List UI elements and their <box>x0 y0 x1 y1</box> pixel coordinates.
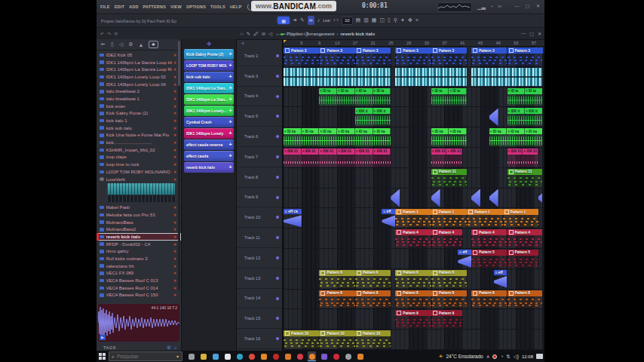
playlist-clip[interactable] <box>284 68 391 86</box>
playlist-clip[interactable]: ≡ IDK 01≡ IDK 01 <box>431 149 463 167</box>
favorite-star-icon[interactable]: ★ <box>172 293 178 297</box>
browser-item[interactable]: Kick Una Notte e Forse Mai Piu★ <box>97 132 181 140</box>
plugin-icon[interactable]: ⚲ <box>394 16 397 25</box>
track-lane[interactable]: ≡ ID ta≡ ID ta≡ ID ta≡ ID ta≡ ID ta≡ ID … <box>284 87 544 108</box>
chrome-icon[interactable] <box>247 351 256 361</box>
browser-cloud-icon[interactable]: ▲ <box>138 42 143 48</box>
menu-file[interactable]: FILE <box>100 5 110 9</box>
browser-item[interactable]: italo breakbeat 1★ <box>97 95 181 103</box>
browser-item[interactable]: IDE2 Kick 05★ <box>97 51 181 59</box>
browser-files-icon[interactable]: ▯ <box>111 41 114 48</box>
bandicam-tray-icon[interactable] <box>492 354 497 359</box>
favorite-star-icon[interactable]: ★ <box>172 140 178 145</box>
favorite-star-icon[interactable]: ★ <box>172 118 178 123</box>
track-lane[interactable]: Pattern 10Pattern 10Pattern 10 <box>284 330 544 350</box>
track-header[interactable]: Track 2 <box>237 46 282 66</box>
browser-item[interactable]: KSHMR_Impart_Mid_02★ <box>97 146 181 154</box>
playlist-clip[interactable]: Pattern 9 <box>395 310 431 328</box>
playlist-clip[interactable]: ≡ eff <box>494 270 508 288</box>
browser-item[interactable]: VEC4 Basses Roof C 013★ <box>97 277 181 284</box>
favorite-star-icon[interactable]: ★ <box>172 205 178 210</box>
notification-center-icon[interactable] <box>536 354 543 359</box>
playlist-clip[interactable]: ≡ ID ta≡ ID ta <box>508 88 543 106</box>
magnet-icon[interactable]: ∩ <box>240 31 244 37</box>
browser-item[interactable]: IDK1 140bpm Lonely Loop 04★ <box>97 81 181 88</box>
tools-icon[interactable]: ✦ <box>400 16 405 25</box>
notepad-icon[interactable] <box>223 351 232 361</box>
playlist-clip[interactable]: ≡ ID ta≡ ID ta <box>431 88 467 106</box>
value-box[interactable]: 10 <box>342 17 353 25</box>
playhead-marker[interactable] <box>284 40 287 43</box>
track-lane[interactable]: Pattern 6Pattern 6Pattern 6Pattern 6≡ ef… <box>284 269 544 290</box>
favorite-star-icon[interactable]: ★ <box>172 235 178 239</box>
reverse-fx-clip[interactable] <box>471 189 480 207</box>
playlist-clip[interactable]: Pattern 4 <box>395 229 431 247</box>
playlist-icon[interactable]: ▦ <box>372 16 377 25</box>
browser-back-icon[interactable]: ⇤ <box>101 41 106 48</box>
track-header[interactable]: Track 10 <box>237 207 282 228</box>
track-header[interactable]: Track 14 <box>237 289 282 309</box>
playlist-maximize-button[interactable]: ▢ <box>529 31 534 36</box>
picker-clip-add-icon[interactable]: + <box>227 142 234 147</box>
minimize-button[interactable]: — <box>514 2 520 11</box>
menu-add[interactable]: ADD <box>129 5 139 9</box>
search-input[interactable] <box>117 354 176 359</box>
track-header[interactable]: Track 15 <box>237 308 282 329</box>
weather-sun-icon[interactable]: ☀ <box>438 354 443 360</box>
taskbar-search[interactable]: ⌕ ✦ <box>109 351 182 361</box>
picker-clip[interactable]: IDK1 140bpm La Stan...+ <box>184 94 234 105</box>
browser-audio-icon[interactable]: ◁ <box>119 41 123 48</box>
playlist-clip[interactable]: Pattern 1 <box>395 209 431 227</box>
track-mute-dot[interactable] <box>276 176 279 179</box>
track-mute-dot[interactable] <box>276 135 279 138</box>
favorite-star-icon[interactable]: ★ <box>172 213 178 217</box>
history-icon[interactable]: ⟲ <box>114 31 118 36</box>
playlist-clip[interactable]: Pattern 1 <box>503 209 538 227</box>
clock-icon[interactable]: ◔ <box>490 2 493 11</box>
picker-clip-add-icon[interactable]: + <box>227 108 234 113</box>
playlist-clip[interactable] <box>471 68 543 86</box>
close-button[interactable]: ✕ <box>535 2 541 11</box>
favorite-star-icon[interactable]: ★ <box>172 271 178 275</box>
edge-icon[interactable] <box>235 351 244 361</box>
playlist-clip[interactable]: Pattern 4 <box>431 229 463 247</box>
browser-item[interactable]: reverb kick italo★ <box>97 233 181 241</box>
playlist-clip[interactable]: Pattern 6 <box>355 270 391 288</box>
menu-patterns[interactable]: PATTERNS <box>143 5 166 9</box>
search-icon[interactable]: ⌕ <box>174 345 177 351</box>
playlist-clip[interactable]: Pattern 11 <box>508 169 543 187</box>
fl-studio-icon[interactable] <box>308 351 316 361</box>
playlist-clip[interactable]: Pattern 3 <box>355 48 391 66</box>
playlist-clip[interactable]: Pattern 4 <box>508 229 543 247</box>
picker-clip-add-icon[interactable]: + <box>227 164 234 170</box>
playlist-clip[interactable]: Pattern 3 <box>508 48 543 66</box>
playlist-clip[interactable]: ≡ eff <box>458 250 471 268</box>
menu-tools[interactable]: TOOLS <box>210 5 225 9</box>
picker-clip[interactable]: effect cauda reversa+ <box>184 140 234 150</box>
track-lane[interactable]: Pattern 11Pattern 11 <box>284 168 544 189</box>
track-mute-dot[interactable] <box>276 196 279 199</box>
browser-toggle-icon[interactable]: ▯ <box>388 16 391 25</box>
track-header[interactable]: Track 16 <box>237 329 282 349</box>
browser-item[interactable]: VEC4 Basses Roof C 150★ <box>97 292 181 299</box>
track-lane[interactable]: ≡ IDK it≡ IDK it≡ IDK it≡ IDK it <box>284 107 544 127</box>
playlist-clip[interactable]: Pattern 5 <box>508 250 539 268</box>
reverse-fx-clip[interactable] <box>391 189 400 207</box>
browser-item[interactable]: italo breakbeat 2★ <box>97 87 181 95</box>
network-icon[interactable]: ⇅ <box>506 354 510 360</box>
playlist-clip[interactable]: Pattern 11 <box>431 169 467 187</box>
picker-clip-add-icon[interactable]: + <box>227 97 234 102</box>
playlist-clip[interactable]: Pattern 3 <box>471 48 507 66</box>
favorite-star-icon[interactable]: ★ <box>172 104 178 109</box>
picker-clip-add-icon[interactable]: + <box>227 130 234 136</box>
track-mute-dot[interactable] <box>276 317 279 320</box>
playlist-clip[interactable]: ≡ IDK 01≡ IDK 01 <box>508 149 539 167</box>
track-mute-dot[interactable] <box>276 75 279 78</box>
track-lane[interactable]: Pattern 8Pattern 8Pattern 8Pattern 8Patt… <box>284 290 544 310</box>
favorite-star-icon[interactable]: ★ <box>172 133 178 137</box>
tray-expand-caret-icon[interactable]: ∧ <box>486 354 490 360</box>
browser-item[interactable]: kick enter★ <box>97 103 181 110</box>
track-header[interactable]: Track 12 <box>237 248 282 268</box>
track-header[interactable]: Track 9 <box>237 188 282 208</box>
picker-clip[interactable]: IDK1 140bpm Lonely+ <box>184 128 234 139</box>
